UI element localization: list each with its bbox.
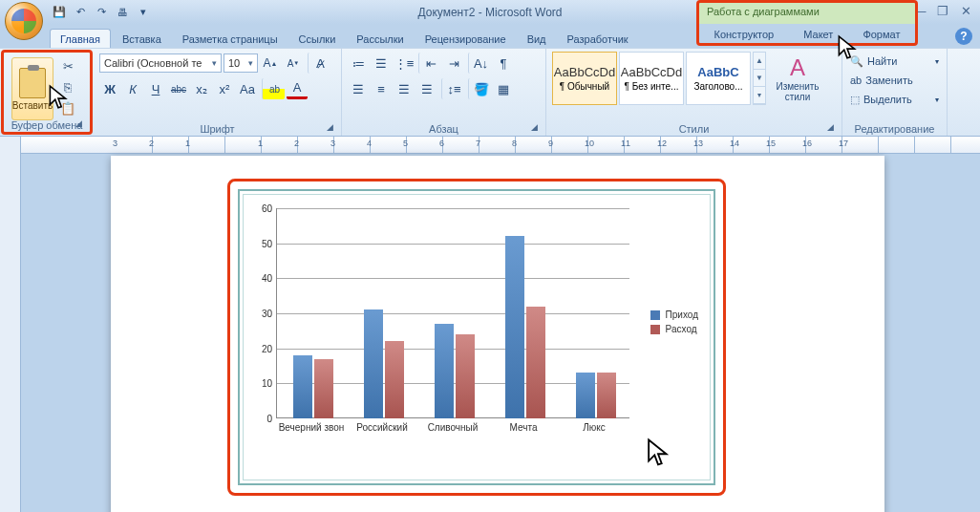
quick-access-toolbar: 💾 ↶ ↷ 🖶 ▾ [50,3,153,22]
styles-group-label: Стили [546,123,842,135]
format-painter-button[interactable]: 📋 [57,98,78,117]
font-color-button[interactable]: A [287,78,308,99]
find-button[interactable]: 🔍Найти▾ [848,52,941,71]
font-name-combo[interactable]: Calibri (Основной те▾ [99,53,222,73]
horizontal-ruler[interactable]: 3211234567891011121314151617 [21,137,980,154]
chart-x-labels: Вечерний звонРоссийскийСливочныйМечтаЛюк… [276,422,629,451]
chart-object[interactable]: 0102030405060 Вечерний звонРоссийскийСли… [238,189,715,485]
redo-button[interactable]: ↷ [92,3,111,22]
decrease-indent-button[interactable]: ⇤ [418,53,441,74]
align-left-button[interactable]: ☰ [348,78,369,99]
change-styles-icon: A [790,54,805,81]
bold-button[interactable]: Ж [99,78,120,99]
font-size-combo[interactable]: 10▾ [224,53,258,73]
group-styles: AaBbCcDd ¶ Обычный AaBbCcDd ¶ Без инте..… [546,49,842,136]
chart-plot-area[interactable] [276,208,629,418]
tab-references[interactable]: Ссылки [289,30,346,48]
style-heading1[interactable]: AaBbC Заголово... [686,52,751,105]
office-button[interactable] [5,2,43,40]
align-right-button[interactable]: ☰ [394,78,415,99]
change-styles-label: Изменить стили [772,81,823,102]
tab-page-layout[interactable]: Разметка страницы [173,30,288,48]
paragraph-dialog-launcher[interactable]: ◢ [531,122,543,134]
shrink-font-button[interactable]: A▼ [283,53,304,74]
font-size-value: 10 [228,57,240,69]
underline-button[interactable]: Ч [145,78,166,99]
editing-group-label: Редактирование [842,123,947,135]
tab-view[interactable]: Вид [518,30,556,48]
select-icon: ⬚ [850,94,860,106]
justify-button[interactable]: ☰ [416,78,437,99]
clipboard-dialog-launcher[interactable]: ◢ [75,118,87,130]
select-button[interactable]: ⬚Выделить▾ [848,90,941,109]
font-name-value: Calibri (Основной те [104,57,202,69]
superscript-button[interactable]: x² [214,78,235,99]
undo-button[interactable]: ↶ [71,3,90,22]
chart-tools-contextual-tabs: Работа с диаграммами Конструктор Макет Ф… [696,0,918,46]
vertical-ruler[interactable] [0,137,21,512]
styles-dialog-launcher[interactable]: ◢ [827,122,839,134]
paste-button[interactable]: Вставить [11,57,53,120]
save-button[interactable]: 💾 [50,3,69,22]
document-workspace: 3211234567891011121314151617 01020304050… [0,137,980,512]
paste-label: Вставить [12,100,53,111]
tab-mailings[interactable]: Рассылки [347,30,413,48]
chart-y-axis: 0102030405060 [261,208,274,418]
style-name: Заголово... [694,81,743,92]
style-no-spacing[interactable]: AaBbCcDd ¶ Без инте... [619,52,684,105]
window-title: Документ2 - Microsoft Word [417,6,562,19]
clear-formatting-button[interactable]: A̷ [308,53,330,74]
title-bar: 💾 ↶ ↷ 🖶 ▾ Документ2 - Microsoft Word Раб… [0,0,980,24]
change-styles-button[interactable]: A Изменить стили [772,52,823,105]
numbering-button[interactable]: ☰ [371,53,392,74]
find-label: Найти [867,55,897,67]
chart-bars [276,208,629,418]
shading-button[interactable]: 🪣 [468,78,491,99]
tab-review[interactable]: Рецензирование [415,30,516,48]
increase-indent-button[interactable]: ⇥ [443,53,464,74]
font-group-label: Шрифт [94,123,341,135]
subscript-button[interactable]: x₂ [191,78,212,99]
cut-button[interactable]: ✂ [57,56,78,75]
style-normal[interactable]: AaBbCcDd ¶ Обычный [552,52,617,105]
chart-legend[interactable]: ПриходРасход [650,306,698,338]
multilevel-list-button[interactable]: ⋮≡ [394,53,415,74]
sort-button[interactable]: A↓ [468,53,491,74]
highlight-button[interactable]: ab [262,78,285,99]
quick-print-button[interactable]: 🖶 [113,3,132,22]
group-editing: 🔍Найти▾ abЗаменить ⬚Выделить▾ Редактиров… [842,49,948,136]
help-button[interactable]: ? [955,28,972,45]
maximize-button[interactable]: ❐ [934,4,951,18]
close-button[interactable]: ✕ [957,4,974,18]
document-area[interactable]: 3211234567891011121314151617 01020304050… [21,137,980,512]
select-label: Выделить [863,94,912,105]
change-case-button[interactable]: Aa [237,78,258,99]
align-center-button[interactable]: ≡ [371,78,392,99]
page[interactable]: 0102030405060 Вечерний звонРоссийскийСли… [111,156,884,512]
tab-layout[interactable]: Макет [798,26,839,43]
qat-customize[interactable]: ▾ [134,3,153,22]
show-marks-button[interactable]: ¶ [493,53,514,74]
chart-tools-title: Работа с диаграммами [707,6,820,17]
bullets-button[interactable]: ≔ [348,53,369,74]
style-name: ¶ Без инте... [625,81,679,92]
borders-button[interactable]: ▦ [493,78,514,99]
style-preview: AaBbC [697,65,738,79]
tab-insert[interactable]: Вставка [113,30,171,48]
style-preview: AaBbCcDd [554,65,615,79]
style-gallery-scroll[interactable]: ▲▼▾ [753,52,766,105]
replace-icon: ab [850,75,862,86]
strikethrough-button[interactable]: abc [168,78,189,99]
italic-button[interactable]: К [122,78,143,99]
replace-button[interactable]: abЗаменить [848,71,941,90]
font-dialog-launcher[interactable]: ◢ [327,122,338,134]
chart-selection-highlight: 0102030405060 Вечерний звонРоссийскийСли… [227,179,726,496]
line-spacing-button[interactable]: ↕≡ [441,78,464,99]
tab-design[interactable]: Конструктор [709,26,780,43]
tab-home[interactable]: Главная [50,29,111,48]
grow-font-button[interactable]: A▲ [260,53,281,74]
find-icon: 🔍 [850,55,863,68]
tab-developer[interactable]: Разработчик [558,30,638,48]
tab-format[interactable]: Формат [857,26,905,43]
copy-button[interactable]: ⎘ [57,77,78,96]
